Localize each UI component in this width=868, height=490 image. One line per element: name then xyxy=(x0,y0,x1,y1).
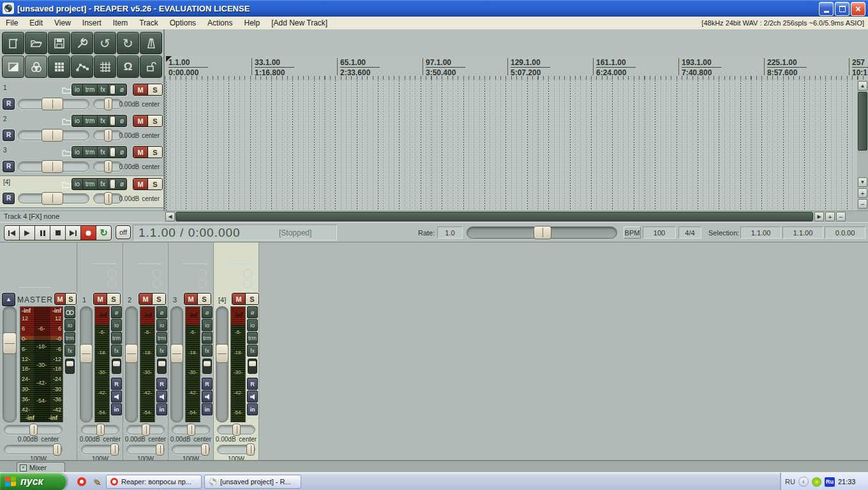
envelope-points-button[interactable] xyxy=(71,56,93,78)
clock[interactable]: 21:33 xyxy=(838,478,856,486)
mute-button[interactable]: M xyxy=(232,293,246,304)
io-button[interactable]: io xyxy=(72,115,83,126)
fader-handle[interactable] xyxy=(80,344,93,363)
trim-button[interactable]: trm xyxy=(83,179,98,189)
pan-slider[interactable] xyxy=(126,425,165,434)
track-panel-2[interactable]: 2 io trm fx ø M S R 0.00dB center xyxy=(0,113,163,145)
restore-button[interactable] xyxy=(835,2,849,16)
menu-insert[interactable]: Insert xyxy=(77,17,107,29)
crossfade-mode-button[interactable] xyxy=(2,56,24,78)
solo-button[interactable]: S xyxy=(148,179,162,189)
fader-handle[interactable] xyxy=(125,344,138,363)
trim-button[interactable]: trm xyxy=(111,332,122,344)
zoom-in-vertical-button[interactable]: + xyxy=(858,188,867,198)
menu-actions[interactable]: Actions xyxy=(202,17,238,29)
pan-slider[interactable] xyxy=(217,425,255,434)
go-to-start-button[interactable] xyxy=(4,226,20,240)
monitor-button[interactable] xyxy=(156,390,167,403)
mute-button[interactable]: M xyxy=(133,84,148,95)
fx-insert-area[interactable] xyxy=(137,264,161,264)
folder-icon[interactable] xyxy=(62,85,71,96)
width-handle[interactable] xyxy=(246,443,255,456)
project-settings-button[interactable] xyxy=(71,32,93,54)
menu-edit[interactable]: Edit xyxy=(24,17,49,29)
fx-wet-handle[interactable] xyxy=(249,361,256,366)
track-fader[interactable] xyxy=(216,306,228,422)
menu-track[interactable]: Track xyxy=(133,17,164,29)
master-width-slider[interactable] xyxy=(4,445,63,454)
solo-button[interactable]: S xyxy=(148,84,162,95)
minimize-button[interactable] xyxy=(819,2,834,16)
width-handle[interactable] xyxy=(110,443,119,456)
trim-button[interactable]: trm xyxy=(83,115,98,126)
insert-slot-icon[interactable] xyxy=(107,279,116,288)
trim-fader[interactable] xyxy=(110,180,116,188)
fx-wet-fader[interactable] xyxy=(202,359,212,374)
vscroll-thumb[interactable] xyxy=(858,92,867,151)
mute-button[interactable]: M xyxy=(184,293,198,304)
media-explorer-button[interactable] xyxy=(48,56,70,78)
audio-device-status[interactable]: [48kHz 24bit WAV : 2/2ch 256spls ~6.0/5.… xyxy=(701,19,864,27)
input-button[interactable]: in xyxy=(156,403,167,415)
new-project-button[interactable] xyxy=(2,32,24,54)
width-slider[interactable] xyxy=(81,445,119,454)
add-new-track-button[interactable]: [Add New Track] xyxy=(266,17,333,29)
width-handle[interactable] xyxy=(156,443,164,456)
folder-icon[interactable] xyxy=(62,179,71,191)
fx-insert-area[interactable] xyxy=(228,264,252,264)
pan-handle[interactable] xyxy=(104,98,112,110)
rate-slider[interactable] xyxy=(467,226,617,239)
solo-button[interactable]: S xyxy=(66,293,76,304)
stereo-mode-button[interactable] xyxy=(64,306,75,318)
zoom-out-horizontal-button[interactable]: − xyxy=(836,212,846,221)
selection-start[interactable]: 1.1.00 xyxy=(740,226,781,239)
pan-handle[interactable] xyxy=(29,424,38,436)
rate-value[interactable]: 1.0 xyxy=(437,226,463,239)
pan-slider[interactable] xyxy=(93,99,123,109)
record-arm-button[interactable]: R xyxy=(156,378,167,390)
fx-button[interactable]: fx xyxy=(98,147,108,158)
track-panel-4[interactable]: [4] io trm fx ø M S R 0.00dB center xyxy=(0,176,163,208)
solo-button[interactable]: S xyxy=(198,293,211,304)
pan-slider[interactable] xyxy=(93,193,123,204)
master-pan-slider[interactable] xyxy=(4,425,63,434)
fx-wet-fader[interactable] xyxy=(112,359,121,374)
fx-button[interactable]: fx xyxy=(202,345,213,357)
pan-slider[interactable] xyxy=(93,130,123,140)
fx-button[interactable]: fx xyxy=(156,345,167,357)
fx-button[interactable]: fx xyxy=(64,345,75,357)
trim-fader[interactable] xyxy=(110,148,116,156)
fx-button[interactable]: fx xyxy=(247,345,258,357)
menu-file[interactable]: File xyxy=(0,17,24,29)
zoom-in-horizontal-button[interactable]: + xyxy=(825,212,835,221)
pan-handle[interactable] xyxy=(187,424,195,436)
scroll-down-button[interactable]: ▼ xyxy=(858,177,867,187)
folder-icon[interactable] xyxy=(62,116,71,128)
io-button[interactable]: io xyxy=(202,319,213,331)
mute-button[interactable]: M xyxy=(133,115,148,126)
fader-handle[interactable] xyxy=(216,344,228,363)
track-fader[interactable] xyxy=(125,306,138,422)
phase-button[interactable]: ø xyxy=(111,306,122,318)
solo-button[interactable]: S xyxy=(153,293,165,304)
insert-slot-icon[interactable] xyxy=(243,269,252,278)
insert-slot-icon[interactable] xyxy=(153,279,161,288)
insert-slot-icon[interactable] xyxy=(107,269,116,278)
mixer-strip-1[interactable]: 1 M S -inf -6--18--30--42--54- ø io trm … xyxy=(78,242,123,461)
track-fader[interactable] xyxy=(170,306,183,422)
zoom-out-vertical-button[interactable]: − xyxy=(858,199,867,209)
mixer-strip-3[interactable]: 3 M S -inf -6--18--30--42--54- ø io trm … xyxy=(168,242,214,461)
solo-button[interactable]: S xyxy=(246,293,258,304)
width-slider[interactable] xyxy=(217,445,255,454)
phase-button[interactable]: ø xyxy=(156,306,167,318)
bpm-value[interactable]: 100 xyxy=(643,226,676,239)
solo-button[interactable]: S xyxy=(107,293,120,304)
insert-slot-icon[interactable] xyxy=(153,269,161,278)
mixer-strip-4[interactable]: [4] M S -inf -6--18--30--42--54- ø io tr… xyxy=(214,242,259,461)
repeat-button[interactable]: ↻ xyxy=(96,226,111,240)
phase-button[interactable]: ø xyxy=(117,147,126,158)
taskbar-button-opera[interactable]: Reaper: вопросы пр... xyxy=(106,475,202,489)
volume-slider[interactable] xyxy=(18,99,89,109)
pan-handle[interactable] xyxy=(104,192,112,205)
mute-button[interactable]: M xyxy=(133,179,148,189)
